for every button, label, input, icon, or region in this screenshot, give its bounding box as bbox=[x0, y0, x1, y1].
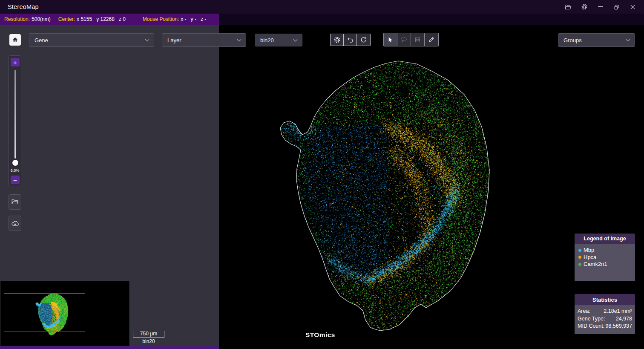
folder-open-icon bbox=[11, 198, 19, 206]
cursor-arrow-icon bbox=[387, 37, 394, 43]
stat-value: 24,978 bbox=[616, 315, 632, 323]
info-bar: Resolution: 500(nm) Center: x 5155 y 122… bbox=[0, 14, 644, 25]
zoom-control: + 6.0% − bbox=[9, 55, 21, 186]
stomics-watermark: STOmics bbox=[305, 331, 335, 339]
mouse-position-label: Mouse Position: bbox=[143, 16, 179, 22]
minimize-icon bbox=[598, 6, 603, 7]
window-controls bbox=[564, 3, 644, 11]
undo-arrow-icon bbox=[347, 36, 354, 43]
stat-area-row: Area: 2.18e1 mm² bbox=[578, 308, 632, 315]
hpca-color-dot bbox=[578, 256, 581, 259]
mouse-position-value: x - y - z - bbox=[181, 16, 206, 22]
zoom-level-value: 6.0% bbox=[9, 168, 21, 173]
groups-dropdown-value: Groups bbox=[564, 37, 582, 43]
stat-gene-type-row: Gene Type: 24,978 bbox=[578, 315, 632, 323]
open-project-button[interactable] bbox=[9, 194, 21, 210]
stat-value: 98,569,937 bbox=[605, 323, 632, 330]
zoom-in-button[interactable]: + bbox=[11, 58, 20, 66]
pointer-tool-button[interactable] bbox=[384, 33, 397, 46]
title-bar: StereoMap bbox=[0, 0, 644, 14]
layer-dropdown-value: Layer bbox=[167, 37, 181, 43]
legend-item-mbp[interactable]: Mbp bbox=[578, 247, 631, 254]
stat-label: MID Count: bbox=[578, 323, 604, 330]
chevron-down-icon bbox=[237, 37, 242, 41]
statistics-body: Area: 2.18e1 mm² Gene Type: 24,978 MID C… bbox=[575, 305, 635, 334]
grid-cells-icon bbox=[414, 37, 421, 43]
close-button[interactable] bbox=[629, 3, 636, 11]
layer-dropdown[interactable]: Layer bbox=[162, 33, 246, 47]
center-label: Center: bbox=[58, 16, 75, 22]
stat-mid-count-row: MID Count: 98,569,937 bbox=[578, 323, 632, 330]
minimap[interactable] bbox=[0, 281, 130, 349]
lasso-tool-button[interactable] bbox=[397, 33, 411, 46]
legend-panel: Legend of Image Mbp Hpca Camk2n1 bbox=[575, 234, 635, 281]
scale-distance-label: 750 μm bbox=[133, 331, 164, 338]
display-settings-button[interactable] bbox=[331, 34, 344, 46]
minimize-button[interactable] bbox=[597, 3, 604, 11]
selection-tool-group bbox=[383, 33, 439, 46]
gear-icon bbox=[334, 36, 341, 43]
legend-item-label: Hpca bbox=[584, 254, 596, 261]
legend-item-camk2n1[interactable]: Camk2n1 bbox=[578, 261, 631, 268]
statistics-title: Statistics bbox=[575, 294, 635, 305]
stat-value: 2.18e1 mm² bbox=[604, 308, 632, 315]
legend-title: Legend of Image bbox=[575, 234, 635, 244]
restore-button[interactable] bbox=[613, 3, 620, 11]
stat-label: Gene Type: bbox=[578, 315, 605, 323]
chevron-down-icon bbox=[145, 37, 150, 41]
settings-gear-icon[interactable] bbox=[581, 3, 588, 11]
app-title: StereoMap bbox=[8, 3, 39, 10]
chevron-down-icon bbox=[293, 37, 298, 41]
legend-body: Mbp Hpca Camk2n1 bbox=[575, 244, 635, 281]
zoom-out-button[interactable]: − bbox=[11, 176, 20, 184]
resolution-value: 500(nm) bbox=[32, 16, 51, 22]
chevron-down-icon bbox=[626, 37, 630, 41]
stat-label: Area: bbox=[578, 308, 590, 315]
center-value: x 5155 y 12268 z 0 bbox=[77, 16, 126, 22]
coordinates-strip: Resolution: 500(nm) Center: x 5155 y 122… bbox=[0, 14, 219, 25]
bin-size-dropdown[interactable]: bin20 bbox=[255, 34, 302, 46]
gene-dropdown[interactable]: Gene bbox=[29, 33, 154, 47]
zoom-slider-thumb[interactable] bbox=[12, 160, 18, 166]
stereomap-window: StereoMap Resolution: 500(nm) bbox=[0, 0, 644, 349]
undo-button[interactable] bbox=[344, 34, 357, 46]
bin-dropdown-value: bin20 bbox=[260, 37, 274, 43]
home-icon bbox=[12, 36, 19, 43]
groups-dropdown[interactable]: Groups bbox=[558, 33, 635, 47]
cell-bin-tool-button[interactable] bbox=[411, 33, 425, 46]
home-button[interactable] bbox=[9, 34, 21, 46]
statistics-panel: Statistics Area: 2.18e1 mm² Gene Type: 2… bbox=[575, 294, 635, 334]
legend-item-label: Camk2n1 bbox=[584, 261, 607, 268]
lasso-icon bbox=[400, 36, 408, 43]
pen-icon bbox=[428, 36, 435, 43]
legend-item-hpca[interactable]: Hpca bbox=[578, 254, 631, 261]
pen-tool-button[interactable] bbox=[425, 33, 438, 46]
gene-dropdown-value: Gene bbox=[34, 37, 48, 43]
view-tool-group bbox=[330, 34, 371, 46]
scale-bin-label: bin20 bbox=[133, 338, 164, 345]
resolution-label: Resolution: bbox=[4, 16, 30, 22]
cloud-download-icon bbox=[11, 219, 19, 228]
zoom-slider-track[interactable] bbox=[14, 70, 16, 159]
camk2n1-color-dot bbox=[578, 263, 581, 266]
rotate-refresh-icon bbox=[360, 36, 367, 43]
minimap-viewport-rect[interactable] bbox=[4, 293, 85, 332]
scale-bar: 750 μm bin20 bbox=[133, 331, 164, 345]
export-cloud-button[interactable] bbox=[9, 216, 21, 231]
reset-view-button[interactable] bbox=[357, 34, 370, 46]
bottom-accent-strip bbox=[0, 346, 219, 349]
legend-item-label: Mbp bbox=[584, 247, 594, 254]
mbp-color-dot bbox=[578, 249, 581, 252]
open-file-icon[interactable] bbox=[564, 3, 572, 11]
